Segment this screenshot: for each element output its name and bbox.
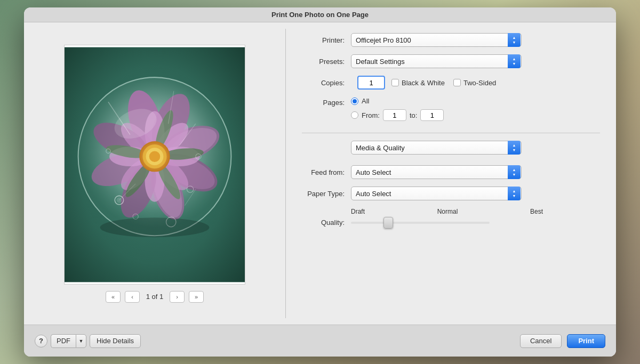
black-white-checkbox-item[interactable]: Black & White	[391, 79, 445, 87]
feed-from-label: Feed from:	[302, 168, 345, 176]
dialog-body: « ‹ 1 of 1 › » Printer: Officejet Pro 81…	[24, 22, 616, 325]
all-pages-label: All	[362, 97, 369, 105]
next-page-button[interactable]: ›	[170, 291, 185, 303]
normal-label: Normal	[437, 208, 458, 215]
photo-container	[64, 45, 245, 285]
pages-options: All From: to:	[351, 97, 444, 121]
black-white-checkbox[interactable]	[391, 79, 399, 86]
from-page-input[interactable]	[383, 109, 406, 121]
presets-row: Presets: Default Settings	[302, 54, 600, 68]
copies-label: Copies:	[302, 79, 345, 87]
print-button[interactable]: Print	[567, 334, 605, 348]
feed-from-select-wrapper: Auto Select	[351, 165, 522, 179]
prev-page-button[interactable]: ‹	[125, 291, 140, 303]
paper-type-select[interactable]: Auto Select Plain Paper HP Advanced Phot…	[351, 187, 522, 200]
to-page-input[interactable]	[420, 109, 444, 121]
pages-label: Pages:	[302, 97, 345, 107]
settings-panel: Printer: Officejet Pro 8100 Presets: Def…	[286, 22, 616, 325]
svg-point-47	[100, 217, 210, 237]
print-dialog: Print One Photo on One Page	[24, 7, 616, 357]
preview-panel: « ‹ 1 of 1 › »	[24, 22, 285, 325]
flower-preview-image	[65, 45, 245, 284]
copies-options: Black & White Two-Sided	[391, 79, 496, 87]
desktop-background: Print One Photo on One Page	[0, 0, 640, 364]
copies-input[interactable]	[357, 76, 385, 90]
bottom-bar: ? PDF ▼ Hide Details Cancel Print	[24, 325, 616, 357]
hide-details-button[interactable]: Hide Details	[90, 334, 141, 348]
cancel-button[interactable]: Cancel	[520, 334, 562, 348]
copies-row: Copies: Black & White Two-Sided	[302, 76, 600, 90]
presets-select[interactable]: Default Settings	[351, 54, 522, 68]
printer-row: Printer: Officejet Pro 8100	[302, 33, 600, 47]
page-navigation: « ‹ 1 of 1 › »	[106, 291, 204, 303]
feed-from-row: Feed from: Auto Select	[302, 165, 600, 179]
two-sided-checkbox[interactable]	[453, 79, 461, 86]
section-select-wrapper: Media & Quality Layout Color Matching Pa…	[351, 141, 522, 155]
from-to-group: From: to:	[362, 109, 444, 121]
from-to-radio[interactable]	[351, 111, 358, 119]
presets-label: Presets:	[302, 58, 345, 66]
title-bar: Print One Photo on One Page	[24, 7, 616, 22]
to-label: to:	[410, 111, 417, 119]
all-pages-radio[interactable]	[351, 98, 358, 105]
all-pages-radio-item[interactable]: All	[351, 97, 444, 105]
bottom-left-controls: ? PDF ▼ Hide Details	[35, 334, 141, 348]
dialog-title: Print One Photo on One Page	[271, 11, 369, 19]
bottom-right-controls: Cancel Print	[520, 334, 605, 348]
quality-row: Quality:	[302, 219, 600, 227]
pdf-button-group: PDF ▼	[51, 334, 86, 348]
pdf-button[interactable]: PDF	[51, 334, 76, 348]
svg-point-33	[149, 151, 160, 161]
draft-label: Draft	[351, 208, 365, 215]
printer-select-wrapper: Officejet Pro 8100	[351, 33, 522, 47]
from-to-radio-item[interactable]: From: to:	[351, 109, 444, 121]
printer-select[interactable]: Officejet Pro 8100	[351, 33, 522, 47]
pdf-dropdown-button[interactable]: ▼	[76, 334, 86, 348]
paper-type-select-wrapper: Auto Select Plain Paper HP Advanced Phot…	[351, 187, 522, 200]
paper-type-label: Paper Type:	[302, 190, 345, 198]
quality-slider[interactable]	[351, 222, 490, 224]
quality-labels: Draft Normal Best	[351, 208, 543, 215]
two-sided-checkbox-item[interactable]: Two-Sided	[453, 79, 496, 87]
from-label: From:	[362, 111, 380, 119]
help-button[interactable]: ?	[35, 335, 47, 347]
presets-select-wrapper: Default Settings	[351, 54, 522, 68]
quality-label: Quality:	[302, 219, 345, 227]
first-page-button[interactable]: «	[106, 291, 121, 303]
svg-point-40	[116, 197, 122, 203]
pages-row: Pages: All From: to:	[302, 97, 600, 121]
black-white-label: Black & White	[402, 79, 445, 87]
section-select-row: Media & Quality Layout Color Matching Pa…	[302, 141, 600, 155]
best-label: Best	[530, 208, 543, 215]
section-separator	[302, 133, 600, 133]
page-indicator: 1 of 1	[144, 293, 165, 301]
feed-from-select[interactable]: Auto Select	[351, 165, 522, 179]
section-select[interactable]: Media & Quality Layout Color Matching Pa…	[351, 141, 522, 155]
printer-label: Printer:	[302, 36, 345, 44]
last-page-button[interactable]: »	[189, 291, 204, 303]
two-sided-label: Two-Sided	[463, 79, 496, 87]
paper-type-row: Paper Type: Auto Select Plain Paper HP A…	[302, 187, 600, 200]
